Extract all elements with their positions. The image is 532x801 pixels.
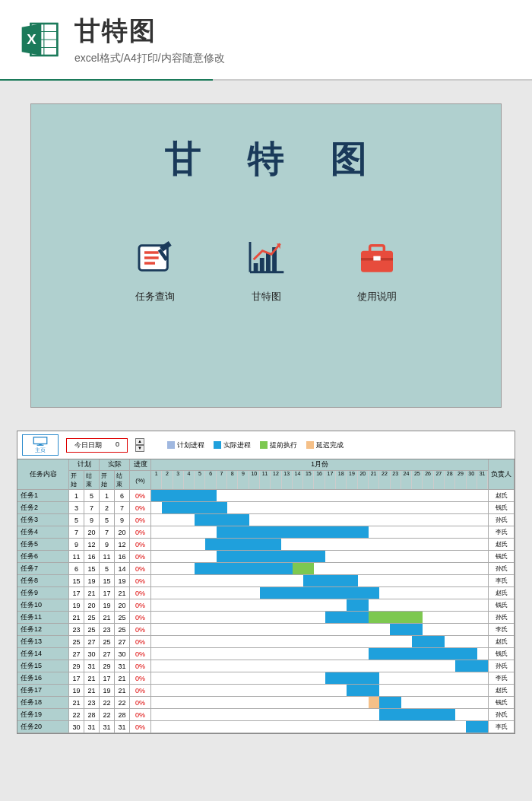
actual-end: 16 xyxy=(115,551,130,563)
plan-end: 7 xyxy=(84,502,100,514)
actual-start: 17 xyxy=(100,587,115,599)
task-name: 任务16 xyxy=(17,672,69,685)
task-name: 任务8 xyxy=(17,575,69,587)
nav-label: 任务查询 xyxy=(135,290,175,304)
timeline-row xyxy=(151,599,489,612)
timeline-row xyxy=(151,636,489,648)
progress-pct: 0% xyxy=(130,721,151,733)
assignee: 李氏 xyxy=(489,721,515,733)
today-value: 0 xyxy=(116,440,119,450)
task-name: 任务14 xyxy=(17,648,69,660)
plan-start: 21 xyxy=(69,612,84,624)
plan-end: 31 xyxy=(84,660,100,672)
svg-rect-21 xyxy=(361,251,393,272)
svg-rect-17 xyxy=(260,258,264,272)
plan-start: 9 xyxy=(69,539,84,551)
plan-end: 5 xyxy=(84,490,100,502)
actual-start: 23 xyxy=(100,624,115,636)
col-actual: 实际 xyxy=(100,459,130,471)
timeline-row xyxy=(151,563,489,575)
today-date-box: 今日日期 0 xyxy=(66,438,128,453)
legend-item: 实际进程 xyxy=(214,440,251,450)
progress-pct: 0% xyxy=(130,551,151,563)
assignee: 钱氏 xyxy=(489,502,515,514)
actual-end: 21 xyxy=(115,587,130,599)
task-name: 任务6 xyxy=(17,551,69,563)
task-name: 任务15 xyxy=(17,660,69,672)
actual-end: 20 xyxy=(115,599,130,612)
plan-end: 25 xyxy=(84,612,100,624)
assignee: 赵氏 xyxy=(489,636,515,648)
task-name: 任务5 xyxy=(17,539,69,551)
sub-start: 开始 xyxy=(100,471,115,490)
date-spinner[interactable]: ▲ ▼ xyxy=(135,438,144,452)
task-name: 任务19 xyxy=(17,709,69,721)
sub-start: 开始 xyxy=(69,471,84,490)
col-task: 任务内容 xyxy=(17,459,69,490)
plan-end: 20 xyxy=(84,526,100,539)
plan-end: 21 xyxy=(84,587,100,599)
plan-end: 28 xyxy=(84,709,100,721)
gantt-bar xyxy=(260,587,379,599)
legend-swatch xyxy=(214,441,221,449)
timeline-row xyxy=(151,575,489,587)
timeline-row xyxy=(151,697,489,709)
home-button[interactable]: 主页 xyxy=(22,434,59,456)
legend-swatch xyxy=(306,441,314,449)
plan-start: 1 xyxy=(69,490,84,502)
plan-start: 15 xyxy=(69,575,84,587)
actual-end: 20 xyxy=(115,526,130,539)
plan-start: 22 xyxy=(69,709,84,721)
spin-up-icon[interactable]: ▲ xyxy=(135,438,144,445)
actual-start: 21 xyxy=(100,612,115,624)
actual-end: 21 xyxy=(115,685,130,697)
plan-end: 27 xyxy=(84,636,100,648)
gantt-bar xyxy=(217,551,325,562)
actual-start: 29 xyxy=(100,660,115,672)
progress-pct: 0% xyxy=(130,697,151,709)
timeline-row xyxy=(151,612,489,624)
legend-label: 实际进程 xyxy=(223,440,251,450)
task-name: 任务18 xyxy=(17,697,69,709)
actual-end: 30 xyxy=(115,648,130,660)
plan-start: 21 xyxy=(69,697,84,709)
assignee: 孙氏 xyxy=(489,514,515,526)
assignee: 赵氏 xyxy=(489,685,515,697)
timeline-row xyxy=(151,514,489,526)
gantt-bar xyxy=(369,612,423,623)
progress-pct: 0% xyxy=(130,709,151,721)
spin-down-icon[interactable]: ▼ xyxy=(135,445,144,452)
col-month: 1月份 xyxy=(151,459,489,471)
plan-end: 31 xyxy=(84,721,100,733)
timeline-row xyxy=(151,502,489,514)
assignee: 李氏 xyxy=(489,575,515,587)
actual-start: 17 xyxy=(100,672,115,685)
legend-label: 延迟完成 xyxy=(316,440,344,450)
gantt-bar xyxy=(390,624,423,635)
nav-task-query[interactable]: 任务查询 xyxy=(134,237,176,304)
gantt-bar xyxy=(195,563,303,574)
assignee: 钱氏 xyxy=(489,697,515,709)
note-icon xyxy=(134,237,176,279)
nav-instructions[interactable]: 使用说明 xyxy=(356,237,398,304)
task-name: 任务13 xyxy=(17,636,69,648)
assignee: 钱氏 xyxy=(489,551,515,563)
actual-start: 5 xyxy=(100,514,115,526)
plan-start: 11 xyxy=(69,551,84,563)
actual-start: 27 xyxy=(100,648,115,660)
progress-pct: 0% xyxy=(130,575,151,587)
nav-gantt[interactable]: 甘特图 xyxy=(245,237,287,304)
actual-start: 2 xyxy=(100,502,115,514)
gantt-bar xyxy=(162,502,227,513)
svg-rect-22 xyxy=(370,246,385,253)
cover-title: 甘 特 图 xyxy=(165,135,386,183)
plan-start: 3 xyxy=(69,502,84,514)
task-name: 任务11 xyxy=(17,612,69,624)
progress-pct: 0% xyxy=(130,539,151,551)
excel-icon: X xyxy=(18,18,61,61)
gantt-bar xyxy=(303,575,357,586)
task-name: 任务3 xyxy=(17,514,69,526)
nav-row: 任务查询 甘特图 使用说明 xyxy=(134,237,398,304)
today-label: 今日日期 xyxy=(74,440,102,450)
task-name: 任务10 xyxy=(17,599,69,612)
